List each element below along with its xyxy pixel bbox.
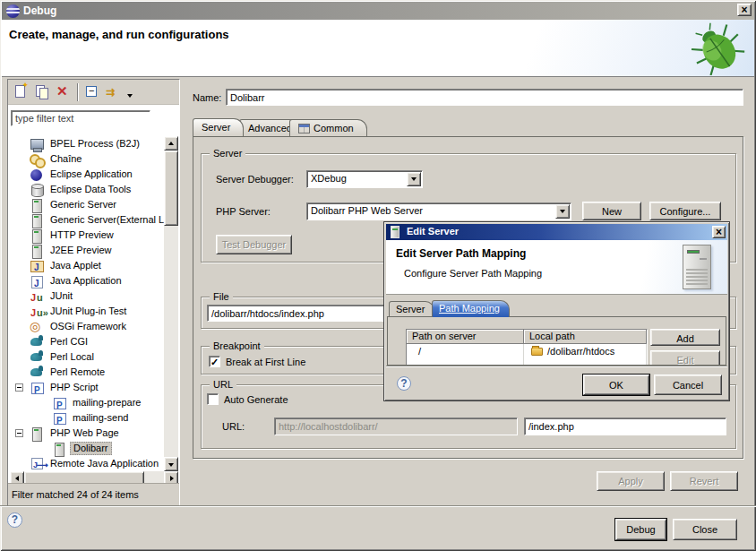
tree-item-label: J2EE Preview: [47, 243, 114, 258]
bpel-process-icon: [30, 137, 44, 151]
dialog-close-button[interactable]: ×: [712, 226, 726, 238]
eclipse-app-icon: [30, 168, 44, 182]
dialog-tab-path-mapping[interactable]: Path Mapping: [432, 300, 510, 317]
remote-java-icon: [30, 457, 44, 471]
name-input[interactable]: [226, 89, 743, 106]
auto-generate-checkbox[interactable]: [207, 393, 219, 405]
scroll-down-icon[interactable]: [164, 457, 178, 471]
tree-item-label: Java Application: [47, 273, 125, 288]
filter-icon[interactable]: ⇉: [105, 83, 123, 101]
tree-item-label: PHP Web Page: [47, 426, 122, 441]
column-header-path-on-server[interactable]: Path on server: [407, 330, 524, 344]
tree-item-http-preview[interactable]: HTTP Preview: [10, 228, 164, 243]
ok-button[interactable]: OK: [583, 375, 649, 395]
menu-dropdown-icon[interactable]: [125, 83, 135, 101]
tree-item-label: Dolibarr: [70, 442, 112, 455]
collapse-minus-icon[interactable]: [15, 383, 23, 392]
scroll-up-icon[interactable]: [164, 136, 178, 151]
break-first-line-checkbox[interactable]: ✓: [209, 356, 220, 367]
tree-item-mailing-prepare[interactable]: mailing-prepare: [10, 395, 164, 410]
tree-item-junit[interactable]: JUnit: [10, 288, 164, 304]
mapping-row[interactable]: //dolibarr/htdocs: [407, 344, 647, 358]
tree-item-eclipse-data-tools[interactable]: Eclipse Data Tools: [10, 182, 164, 197]
tree-item-perl-cgi[interactable]: Perl CGI: [10, 334, 164, 349]
add-mapping-button[interactable]: Add: [650, 329, 720, 346]
tree-item-eclipse-application[interactable]: Eclipse Application: [10, 167, 164, 182]
local-path-cell: /dolibarr/htdocs: [524, 344, 647, 358]
php-icon: [52, 411, 66, 426]
configure-server-button[interactable]: Configure...: [649, 202, 721, 220]
dialog-tab-server[interactable]: Server: [389, 301, 434, 317]
tree-item-mailing-send[interactable]: mailing-send: [10, 410, 164, 426]
vertical-scroll-thumb[interactable]: [164, 151, 178, 226]
bug-icon: [690, 22, 747, 75]
tree-item-perl-remote[interactable]: Perl Remote: [10, 365, 164, 380]
debug-button[interactable]: Debug: [615, 519, 666, 540]
junit-icon: [30, 289, 44, 304]
help-icon[interactable]: ?: [7, 512, 22, 528]
server-icon: [30, 228, 44, 243]
tree-item-php-web-page[interactable]: PHP Web Page: [10, 426, 164, 441]
path-mapping-table[interactable]: Path on serverLocal path//dolibarr/htdoc…: [406, 329, 648, 366]
tree-item-label: Perl CGI: [47, 334, 90, 349]
tree-item-dolibarr[interactable]: Dolibarr: [10, 441, 164, 456]
tree-item-java-application[interactable]: Java Application: [10, 273, 164, 288]
filter-input[interactable]: [11, 110, 150, 126]
php-server-combobox[interactable]: Dolibarr PHP Web Server: [306, 202, 571, 220]
debug-configurations-window: Debug × Create, manage, and run configur…: [0, 0, 756, 551]
sidebar-toolbar: ✕ ⇉: [8, 80, 179, 105]
server-icon: [30, 426, 44, 441]
column-header-local-path[interactable]: Local path: [524, 330, 647, 344]
collapse-all-icon[interactable]: [83, 83, 101, 101]
server-debugger-label: Server Debugger:: [216, 174, 294, 185]
tree-item-label: Perl Remote: [47, 365, 107, 380]
server-debugger-combobox[interactable]: XDebug: [306, 170, 423, 188]
dialog-titlebar[interactable]: Edit Server ×: [386, 224, 727, 240]
server-tower-icon: [683, 245, 711, 289]
server-group-legend: Server: [210, 148, 245, 159]
window-close-button[interactable]: ×: [737, 4, 752, 16]
tree-item-label: Remote Java Application: [47, 456, 161, 471]
delete-config-icon[interactable]: ✕: [56, 83, 73, 101]
url-path-input[interactable]: [524, 418, 726, 435]
tab-server[interactable]: Server: [193, 118, 244, 136]
breakpoint-group-legend: Breakpoint: [210, 340, 264, 352]
edit-mapping-button: Edit: [650, 350, 720, 366]
new-server-button[interactable]: New: [582, 202, 641, 220]
perl-icon: [30, 366, 44, 380]
tree-item-remote-java-application[interactable]: Remote Java Application: [10, 456, 164, 471]
chevron-down-icon[interactable]: [555, 204, 570, 219]
close-button[interactable]: Close: [673, 519, 737, 540]
php-server-label: PHP Server:: [216, 206, 271, 217]
name-label: Name:: [193, 92, 221, 103]
tree-item-label: OSGi Framework: [47, 319, 129, 334]
new-config-icon[interactable]: [13, 83, 30, 101]
dialog-help-icon[interactable]: ?: [397, 376, 411, 391]
collapse-minus-icon[interactable]: [15, 429, 23, 437]
tree-item-osgi-framework[interactable]: OSGi Framework: [10, 319, 164, 334]
tab-common[interactable]: Common: [289, 119, 367, 136]
dialog-heading: Edit Server Path Mapping: [396, 247, 526, 260]
window-titlebar[interactable]: Debug ×: [2, 2, 754, 20]
configurations-tree: BPEL Process (B2J)ChaîneEclipse Applicat…: [10, 136, 164, 471]
tree-item-junit-plug-in-test[interactable]: JUnit Plug-in Test: [10, 304, 164, 319]
tree-item-generic-server[interactable]: Generic Server: [10, 197, 164, 212]
tree-item-generic-server-external-la[interactable]: Generic Server(External La: [10, 212, 164, 228]
vertical-scrollbar[interactable]: [164, 136, 178, 471]
tree-item-perl-local[interactable]: Perl Local: [10, 349, 164, 365]
tree-item-php-script[interactable]: PHP Script: [10, 380, 164, 395]
file-group-legend: File: [210, 291, 233, 303]
tree-item-bpel-process-b2j[interactable]: BPEL Process (B2J): [10, 136, 164, 151]
cancel-button[interactable]: Cancel: [654, 375, 722, 395]
url-base-input: [274, 418, 518, 435]
tree-item-j2ee-preview[interactable]: J2EE Preview: [10, 243, 164, 258]
chevron-down-icon[interactable]: [407, 172, 421, 186]
dialog-button-bar: ? OK Cancel: [386, 366, 727, 399]
duplicate-config-icon[interactable]: [34, 83, 52, 101]
toolbar-separator: [77, 83, 79, 101]
tree-item-label: Java Applet: [47, 258, 104, 273]
server-icon: [30, 198, 44, 212]
edit-server-dialog: Edit Server × Edit Server Path Mapping C…: [383, 221, 730, 401]
tree-item-java-applet[interactable]: Java Applet: [10, 258, 164, 273]
tree-item-cha-ne[interactable]: Chaîne: [10, 151, 164, 167]
